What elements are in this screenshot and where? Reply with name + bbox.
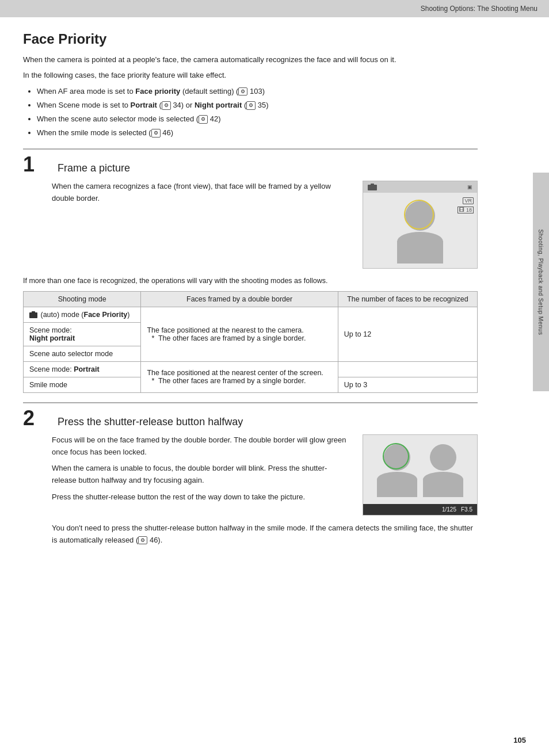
main-content: Face Priority When the camera is pointed… [0,17,501,560]
face-body [397,232,443,264]
face2-left [377,444,417,497]
face-border-green [383,443,409,469]
step1-number: 1 [23,154,46,175]
page-number: 105 [513,736,526,744]
number-portrait [338,361,477,377]
shutter-value: 1/125 [442,506,456,513]
step2-text: Focus will be on the face framed by the … [52,434,351,503]
intro-para-2: In the following cases, the face priorit… [23,70,478,82]
table-row-portrait: Scene mode: Portrait The face positioned… [24,361,478,377]
step2-header: 2 Press the shutter-release button halfw… [23,402,478,429]
sidebar-label: Shooting, Playback and Setup Menus [538,229,544,335]
number-smile: Up to 3 [338,377,477,392]
face2-right [423,444,463,497]
bullet-list: When AF area mode is set to Face priorit… [37,85,478,139]
modes-table: Shooting mode Faces framed by a double b… [23,291,478,393]
bullet-3: When the scene auto selector mode is sel… [37,113,478,125]
step2-title: Press the shutter-release button halfway [58,413,243,428]
col-number-header: The number of faces to be recognized [338,291,477,307]
number-group1: Up to 12 [338,307,477,361]
camera-label: ▣ [467,184,472,190]
camera-body-1: VR 🎞 18 [363,193,477,268]
aperture-value: F3.5 [461,506,472,513]
step1-title: Frame a picture [58,159,130,174]
step1-header: 1 Frame a picture [23,148,478,175]
face-border [404,200,434,230]
col-faces-header: Faces framed by a double border [141,291,338,307]
table-row-auto: (auto) mode (Face Priority) The face pos… [24,307,478,322]
face-figure2 [377,444,463,497]
vr-badge: VR [463,197,474,204]
faces-group1: The face positioned at the nearest to th… [141,307,338,361]
step2-para-3: Press the shutter-release button the res… [52,491,351,503]
svg-rect-1 [371,184,374,186]
face-body2-left [377,472,417,497]
face-body2-right [423,472,463,497]
bullet-1: When AF area mode is set to Face priorit… [37,85,478,98]
step2-body: Focus will be on the face framed by the … [52,434,478,516]
header-title: Shooting Options: The Shooting Menu [421,5,537,13]
bullet-2: When Scene mode is set to Portrait (⚙ 34… [37,99,478,112]
shooting-auto: (auto) mode (Face Priority) [24,307,141,322]
svg-rect-3 [32,311,35,314]
between-text: If more than one face is recognized, the… [23,276,478,287]
shooting-night: Scene mode:Night portrait [24,322,141,346]
step1-description: When the camera recognizes a face (front… [52,181,351,205]
step2-para-1: Focus will be on the face framed by the … [52,434,351,459]
camera-illustration-1: ▣ VR 🎞 18 [363,181,478,269]
face-figure [397,201,443,264]
camera-icon [368,184,377,190]
cam2-body [363,435,477,504]
col-shooting-header: Shooting mode [24,291,141,307]
shooting-portrait: Scene mode: Portrait [24,361,141,377]
faces-group2: The face positioned at the nearest cente… [141,361,338,392]
step1-body: When the camera recognizes a face (front… [52,181,478,269]
page-header: Shooting Options: The Shooting Menu [0,0,549,17]
auto-mode-icon [29,311,37,318]
step2-footer: You don't need to press the shutter-rele… [52,522,478,547]
face-head2-right [430,444,456,471]
shooting-scene-auto: Scene auto selector mode [24,346,141,361]
cam2-bottom-bar: 1/125 F3.5 [363,504,477,515]
page-title: Face Priority [23,31,478,47]
intro-para-1: When the camera is pointed at a people's… [23,54,478,66]
step2-para-2: When the camera is unable to focus, the … [52,463,351,487]
step1-text: When the camera recognizes a face (front… [52,181,351,205]
shooting-smile: Smile mode [24,377,141,392]
camera-right-icons: VR 🎞 18 [458,197,474,213]
camera-illustration-2: 1/125 F3.5 [363,434,478,516]
sidebar: Shooting, Playback and Setup Menus [533,173,549,391]
face-head [405,201,435,231]
step2-number: 2 [23,408,46,429]
camera-top-bar: ▣ [363,181,477,193]
frame-count: 🎞 18 [458,207,474,213]
bullet-4: When the smile mode is selected (⚙ 46) [37,127,478,139]
face-head2-left [384,444,410,471]
